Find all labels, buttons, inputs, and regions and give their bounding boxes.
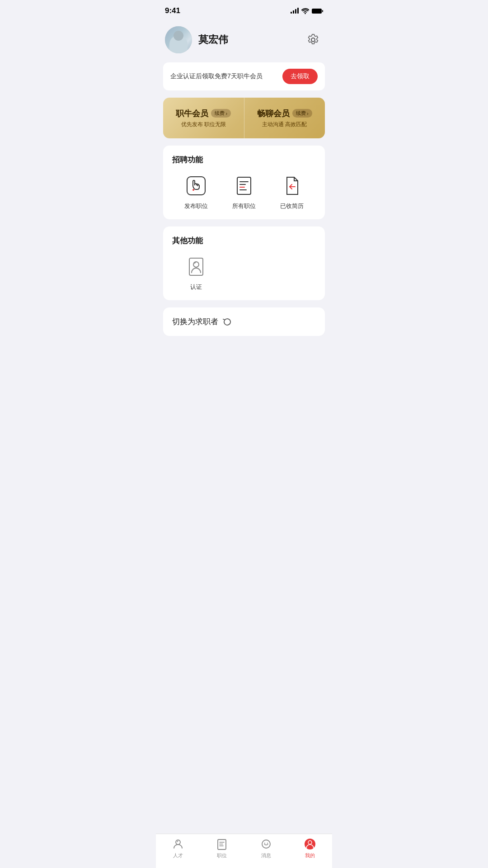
placeholder-2	[268, 255, 316, 291]
recruit-function-grid: 发布职位 所有职位	[172, 174, 316, 210]
status-icons	[291, 8, 323, 14]
other-section: 其他功能 认证	[163, 226, 325, 300]
changliao-renew-badge: 续费 ›	[292, 109, 312, 118]
publish-job-icon	[184, 174, 208, 198]
wifi-icon	[301, 8, 309, 14]
membership-banner: 企业认证后领取免费7天职牛会员 去领取	[163, 62, 325, 90]
changliao-membership[interactable]: 畅聊会员 续费 › 主动沟通 高效匹配	[244, 98, 325, 138]
other-function-grid: 认证	[172, 255, 316, 291]
recruit-section-title: 招聘功能	[172, 155, 316, 165]
received-resume-icon	[280, 174, 304, 198]
status-time: 9:41	[165, 6, 180, 15]
received-resume-label: 已收简历	[280, 202, 304, 210]
placeholder-1	[220, 255, 268, 291]
refresh-icon	[223, 317, 232, 326]
publish-job-item[interactable]: 发布职位	[172, 174, 220, 210]
all-jobs-label: 所有职位	[232, 202, 256, 210]
zhieniu-membership-title: 职牛会员 续费 ›	[176, 108, 231, 119]
header: 莫宏伟	[156, 19, 332, 62]
zhieniu-renew-badge: 续费 ›	[211, 109, 231, 118]
settings-button[interactable]	[303, 30, 323, 50]
publish-job-label: 发布职位	[184, 202, 208, 210]
certification-item[interactable]: 认证	[172, 255, 220, 291]
changliao-desc: 主动沟通 高效匹配	[262, 121, 307, 128]
recruit-section: 招聘功能 发布职位	[163, 146, 325, 219]
received-resume-item[interactable]: 已收简历	[268, 174, 316, 210]
zhieniu-name: 职牛会员	[176, 108, 208, 119]
switch-role-card[interactable]: 切换为求职者	[163, 307, 325, 336]
avatar	[165, 26, 192, 53]
all-jobs-item[interactable]: 所有职位	[220, 174, 268, 210]
svg-rect-2	[187, 177, 205, 195]
changliao-name: 畅聊会员	[257, 108, 290, 119]
username: 莫宏伟	[198, 33, 228, 47]
changliao-membership-title: 畅聊会员 续费 ›	[257, 108, 312, 119]
other-section-title: 其他功能	[172, 236, 316, 246]
status-bar: 9:41	[156, 0, 332, 19]
zhieniu-membership[interactable]: 职牛会员 续费 › 优先发布 职位无限	[163, 98, 244, 138]
membership-card: 职牛会员 续费 › 优先发布 职位无限 畅聊会员 续费 › 主动沟通 高效匹配	[163, 98, 325, 138]
all-jobs-icon	[232, 174, 256, 198]
svg-rect-1	[322, 10, 323, 12]
banner-text: 企业认证后领取免费7天职牛会员	[170, 72, 263, 80]
certification-label: 认证	[190, 283, 202, 291]
battery-icon	[312, 8, 323, 14]
zhieniu-desc: 优先发布 职位无限	[181, 121, 226, 128]
switch-text: 切换为求职者	[172, 316, 218, 327]
svg-rect-4	[237, 177, 251, 194]
svg-point-11	[193, 262, 199, 267]
user-info: 莫宏伟	[165, 26, 228, 53]
claim-button[interactable]: 去领取	[282, 69, 318, 84]
svg-rect-0	[312, 9, 322, 14]
signal-icon	[291, 8, 299, 14]
gear-icon	[307, 33, 319, 46]
membership-row: 职牛会员 续费 › 优先发布 职位无限 畅聊会员 续费 › 主动沟通 高效匹配	[163, 98, 325, 138]
certification-icon	[184, 255, 208, 278]
svg-point-3	[192, 189, 194, 191]
